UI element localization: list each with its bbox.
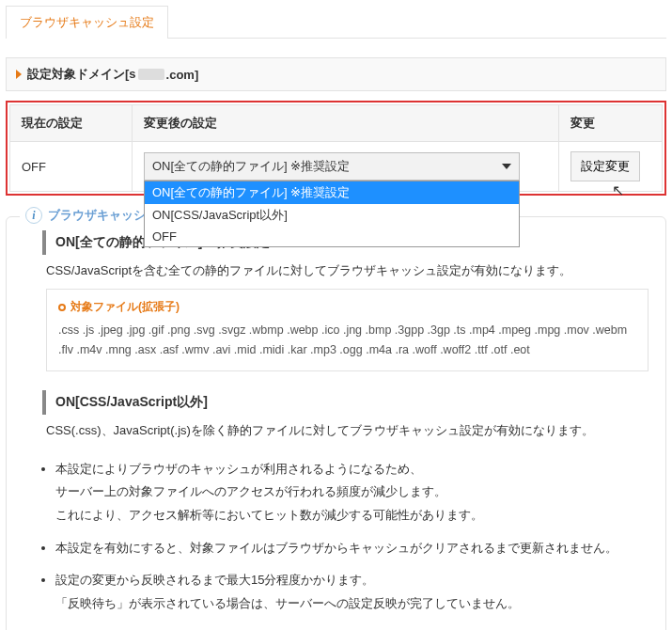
info-desc-on-except: CSS(.css)、JavaScript(.js)を除く静的ファイルに対してブラ…	[46, 422, 649, 439]
cursor-icon: ↖	[612, 181, 624, 199]
note-3: 設定の変更から反映されるまで最大15分程度かかります。 「反映待ち」が表示されて…	[55, 569, 649, 615]
note-2: 本設定を有効にすると、対象ファイルはブラウザからキャッシュがクリアされるまで更新…	[55, 537, 649, 560]
highlighted-settings-area: 現在の設定 変更後の設定 変更 OFF ON[全ての静的ファイル] ※推奨設定 …	[6, 101, 666, 196]
info-panel-title: i ブラウザキャッシ	[20, 207, 151, 224]
info-icon: i	[25, 207, 42, 224]
select-current-value: ON[全ての静的ファイル] ※推奨設定	[152, 158, 350, 175]
note-1: 本設定によりブラウザのキャッシュが利用されるようになるため、 サーバー上の対象フ…	[55, 458, 649, 528]
option-off[interactable]: OFF	[145, 227, 519, 246]
apply-change-button[interactable]: 設定変更	[570, 151, 640, 181]
target-extensions-box: 対象ファイル(拡張子) .css .js .jpeg .jpg .gif .pn…	[46, 289, 649, 371]
current-setting-value: OFF	[10, 142, 133, 192]
select-display[interactable]: ON[全ての静的ファイル] ※推奨設定	[144, 152, 520, 181]
info-notes-list: 本設定によりブラウザのキャッシュが利用されるようになるため、 サーバー上の対象フ…	[55, 458, 649, 616]
select-dropdown: ON[全ての静的ファイル] ※推奨設定 ON[CSS/JavaScript以外]…	[144, 181, 520, 247]
info-panel: i ブラウザキャッシ ON[全ての静的ファイル] ※推奨設定 CSS/JavaS…	[6, 216, 666, 630]
bullet-icon	[58, 304, 66, 311]
settings-table: 現在の設定 変更後の設定 変更 OFF ON[全ての静的ファイル] ※推奨設定 …	[9, 104, 663, 192]
header-change: 変更	[559, 105, 663, 142]
target-extensions-list: .css .js .jpeg .jpg .gif .png .svg .svgz…	[58, 321, 636, 361]
option-on-all[interactable]: ON[全ての静的ファイル] ※推奨設定	[145, 181, 519, 204]
header-current-setting: 現在の設定	[10, 105, 133, 142]
cache-mode-select[interactable]: ON[全ての静的ファイル] ※推奨設定 ON[全ての静的ファイル] ※推奨設定 …	[144, 152, 520, 181]
target-extensions-title: 対象ファイル(拡張子)	[58, 299, 636, 315]
chevron-down-icon	[502, 164, 511, 169]
section-title-mask	[138, 69, 164, 80]
after-setting-cell: ON[全ての静的ファイル] ※推奨設定 ON[全ての静的ファイル] ※推奨設定 …	[133, 142, 559, 192]
change-cell: 設定変更 ↖	[559, 142, 663, 192]
arrow-icon	[16, 70, 22, 79]
info-desc-on-all: CSS/JavaScriptを含む全ての静的ファイルに対してブラウザキャッシュ設…	[46, 262, 649, 279]
section-title-prefix: 設定対象ドメイン[s	[27, 66, 136, 83]
info-title-text: ブラウザキャッシ	[48, 207, 146, 224]
header-after-setting: 変更後の設定	[133, 105, 559, 142]
info-block-on-all: ON[全ての静的ファイル] ※推奨設定 CSS/JavaScriptを含む全ての…	[42, 230, 649, 371]
tab-browser-cache[interactable]: ブラウザキャッシュ設定	[6, 6, 168, 39]
option-on-except-cssjs[interactable]: ON[CSS/JavaScript以外]	[145, 204, 519, 227]
info-block-on-except: ON[CSS/JavaScript以外] CSS(.css)、JavaScrip…	[42, 390, 649, 439]
target-extensions-title-text: 対象ファイル(拡張子)	[70, 299, 180, 315]
section-target-domain: 設定対象ドメイン[s .com]	[6, 57, 666, 91]
info-heading-on-except: ON[CSS/JavaScript以外]	[42, 390, 649, 415]
section-title-suffix: .com]	[166, 68, 199, 82]
